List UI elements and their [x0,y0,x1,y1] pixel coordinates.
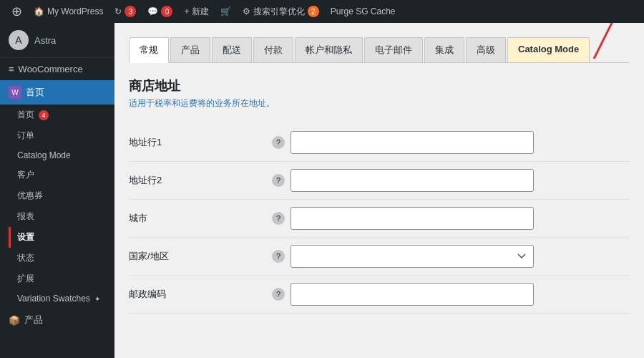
field-input-row-address2: ? [272,169,630,192]
help-icon-address2[interactable]: ? [272,174,285,187]
seo-label: 搜索引擎优化 [253,6,305,18]
wp-logo-item[interactable]: ⊕ [6,0,28,23]
field-label-address1: 地址行1 [129,124,272,162]
content-area: 常规 产品 配送 付款 帐户和隐私 电子邮件 集成 [114,23,644,358]
seo-icon: ⚙ [243,6,250,16]
tab-advanced[interactable]: 高级 [466,37,506,62]
help-icon-city[interactable]: ? [272,212,285,225]
address1-input[interactable] [291,131,534,154]
field-label-city: 城市 [129,200,272,238]
help-icon-country[interactable]: ? [272,250,285,263]
tab-products[interactable]: 产品 [170,37,210,62]
woo-submenu: 首页 4 订单 Catalog Mode 客户 优惠券 报表 设置 状态 [0,105,114,308]
section-title: 商店地址 [129,77,630,95]
field-row-address2: 地址行2 ? [129,162,630,200]
orders-label: 订单 [17,130,34,142]
sidebar-item-feedback[interactable]: ≡ WooCommerce [0,58,114,80]
sidebar-item-catalog-mode[interactable]: Catalog Mode [9,146,114,165]
comment-icon: 💬 [147,6,158,16]
wc-tabs: 常规 产品 配送 付款 帐户和隐私 电子邮件 集成 [129,37,630,63]
catalog-mode-label: Catalog Mode [17,150,71,160]
sidebar-brand: A Astra [0,23,114,58]
sidebar-item-reports[interactable]: 报表 [9,206,114,227]
tab-payment-label: 付款 [264,44,283,55]
home-badge: 4 [39,110,49,120]
feedback-label: WooCommerce [19,64,83,74]
country-select[interactable] [291,245,534,268]
tab-integrations[interactable]: 集成 [424,37,464,62]
updates-badge: 3 [125,6,136,17]
tab-products-label: 产品 [181,44,200,55]
sidebar-item-variation-swatches[interactable]: Variation Swatches ✦ [9,289,114,308]
sidebar-item-orders[interactable]: 订单 [9,125,114,146]
tab-advanced-label: 高级 [477,44,495,55]
field-input-row-country: ? [272,245,630,268]
comments-badge: 0 [161,6,172,17]
reports-label: 报表 [17,211,34,223]
field-row-address1: 地址行1 ? [129,124,630,162]
status-label: 状态 [17,252,34,264]
extensions-label: 扩展 [17,273,34,285]
tab-accounts-label: 帐户和隐私 [306,44,352,55]
main-layout: A Astra ≡ WooCommerce W 首页 首页 4 订单 Catal… [0,23,644,358]
home-icon: 🏠 [34,6,44,16]
new-label: + 新建 [184,6,208,18]
sidebar: A Astra ≡ WooCommerce W 首页 首页 4 订单 Catal… [0,23,114,358]
tab-catalog-mode[interactable]: Catalog Mode [507,37,590,62]
sidebar-item-home[interactable]: 首页 4 [9,105,114,125]
field-row-postal: 邮政编码 ? [129,276,630,314]
sidebar-item-products[interactable]: 📦 产品 [0,308,114,332]
tab-general[interactable]: 常规 [129,37,169,63]
field-label-country: 国家/地区 [129,238,272,276]
sidebar-item-extensions[interactable]: 扩展 [9,268,114,289]
help-icon-address1[interactable]: ? [272,136,285,149]
sidebar-item-status[interactable]: 状态 [9,248,114,268]
customers-label: 客户 [17,169,34,181]
field-label-postal: 邮政编码 [129,276,272,314]
field-label-address2: 地址行2 [129,162,272,200]
purge-cache-item[interactable]: Purge SG Cache [325,0,401,23]
variation-swatches-label: Variation Swatches [17,294,90,304]
postal-input[interactable] [291,283,534,306]
astra-icon: A [9,30,29,50]
address2-input[interactable] [291,169,534,192]
woo-icon: W [9,86,21,99]
tab-email[interactable]: 电子邮件 [364,37,423,62]
content-wrapper: 常规 产品 配送 付款 帐户和隐私 电子邮件 集成 [129,37,630,314]
woocommerce-label: 首页 [26,86,44,99]
refresh-icon: ↻ [114,6,122,16]
tab-shipping[interactable]: 配送 [212,37,252,62]
seo-item[interactable]: ⚙ 搜索引擎优化 2 [237,0,325,23]
field-row-country: 国家/地区 ? [129,238,630,276]
orders-icon: 🛒 [220,6,231,16]
city-input[interactable] [291,207,534,230]
products-icon: 📦 [9,315,20,326]
sidebar-item-customers[interactable]: 客户 [9,165,114,185]
new-item[interactable]: + 新建 [178,0,214,23]
feedback-icon: ≡ [9,64,14,74]
site-name-item[interactable]: 🏠 My WordPress [28,0,109,23]
admin-bar: ⊕ 🏠 My WordPress ↻ 3 💬 0 + 新建 🛒 ⚙ 搜索引擎优化… [0,0,644,23]
sidebar-item-settings[interactable]: 设置 [9,227,114,248]
arrow-settings [114,152,122,195]
home-label: 首页 [17,109,34,121]
settings-label: 设置 [17,231,34,243]
updates-item[interactable]: ↻ 3 [109,0,142,23]
field-row-city: 城市 ? [129,200,630,238]
tab-integrations-label: 集成 [435,44,454,55]
tab-general-label: 常规 [140,44,158,55]
tab-payment[interactable]: 付款 [253,37,293,62]
help-icon-postal[interactable]: ? [272,288,285,301]
variation-swatches-icon: ✦ [94,295,100,303]
comments-item[interactable]: 💬 0 [142,0,178,23]
arrow-woocommerce [114,59,122,116]
field-input-row-address1: ? [272,131,630,154]
section-description: 适用于税率和运费将的业务所在地址。 [129,97,630,110]
site-name: My WordPress [47,6,103,16]
sidebar-item-coupons[interactable]: 优惠券 [9,185,114,206]
field-input-row-city: ? [272,207,630,230]
sidebar-item-woocommerce[interactable]: W 首页 [0,80,114,105]
wp-logo-icon: ⊕ [11,4,22,19]
orders-item[interactable]: 🛒 [215,0,237,23]
tab-accounts[interactable]: 帐户和隐私 [295,37,363,62]
